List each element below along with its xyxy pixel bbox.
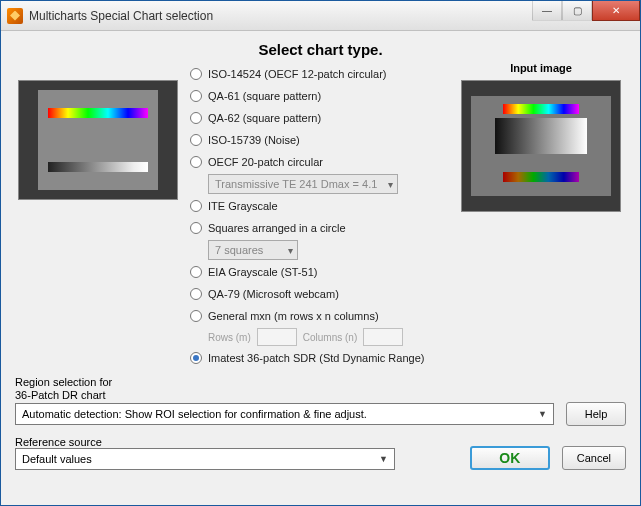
reference-source-label: Reference source <box>15 436 458 448</box>
radio-qa79[interactable] <box>190 288 202 300</box>
label-squares: Squares arranged in a circle <box>208 222 346 234</box>
chart-thumbnail <box>18 80 178 200</box>
rows-label: Rows (m) <box>208 332 251 343</box>
cancel-button[interactable]: Cancel <box>562 446 626 470</box>
cols-input[interactable] <box>363 328 403 346</box>
region-selection-label: Region selection for 36-Patch DR chart <box>15 376 626 402</box>
radio-ite[interactable] <box>190 200 202 212</box>
label-imatest36: Imatest 36-patch SDR (Std Dynamic Range) <box>208 352 424 364</box>
minimize-button[interactable]: — <box>532 1 562 21</box>
oecf20-select[interactable]: Transmissive TE 241 Dmax = 4.1 <box>208 174 398 194</box>
window-buttons: — ▢ ✕ <box>532 1 640 30</box>
dialog-window: Multicharts Special Chart selection — ▢ … <box>0 0 641 506</box>
maximize-button[interactable]: ▢ <box>562 1 592 21</box>
dialog-content: Select chart type. ISO-14524 (OECF 12-pa… <box>1 31 640 505</box>
titlebar: Multicharts Special Chart selection — ▢ … <box>1 1 640 31</box>
ok-button[interactable]: OK <box>470 446 550 470</box>
label-eia: EIA Grayscale (ST-51) <box>208 266 317 278</box>
label-qa79: QA-79 (Microsoft webcam) <box>208 288 339 300</box>
radio-eia[interactable] <box>190 266 202 278</box>
region-selection-dropdown[interactable]: Automatic detection: Show ROI selection … <box>15 403 554 425</box>
rows-input[interactable] <box>257 328 297 346</box>
oecf20-select-value: Transmissive TE 241 Dmax = 4.1 <box>215 178 377 190</box>
radio-qa62[interactable] <box>190 112 202 124</box>
input-image-thumbnail <box>461 80 621 212</box>
squares-count-select[interactable]: 7 squares <box>208 240 298 260</box>
radio-imatest36[interactable] <box>190 352 202 364</box>
input-image-heading: Input image <box>510 62 572 74</box>
radio-general[interactable] <box>190 310 202 322</box>
close-button[interactable]: ✕ <box>592 1 640 21</box>
radio-iso14524[interactable] <box>190 68 202 80</box>
app-icon <box>7 8 23 24</box>
squares-count-value: 7 squares <box>215 244 263 256</box>
label-general: General mxn (m rows x n columns) <box>208 310 379 322</box>
radio-oecf20[interactable] <box>190 156 202 168</box>
label-ite: ITE Grayscale <box>208 200 278 212</box>
region-selection-value: Automatic detection: Show ROI selection … <box>22 408 367 420</box>
reference-source-value: Default values <box>22 453 92 465</box>
radio-squares[interactable] <box>190 222 202 234</box>
radio-iso15739[interactable] <box>190 134 202 146</box>
reference-source-dropdown[interactable]: Default values <box>15 448 395 470</box>
window-title: Multicharts Special Chart selection <box>29 9 532 23</box>
page-title: Select chart type. <box>15 41 626 58</box>
label-qa62: QA-62 (square pattern) <box>208 112 321 124</box>
cols-label: Columns (n) <box>303 332 357 343</box>
label-oecf20: OECF 20-patch circular <box>208 156 323 168</box>
radio-qa61[interactable] <box>190 90 202 102</box>
label-qa61: QA-61 (square pattern) <box>208 90 321 102</box>
label-iso15739: ISO-15739 (Noise) <box>208 134 300 146</box>
help-button[interactable]: Help <box>566 402 626 426</box>
label-iso14524: ISO-14524 (OECF 12-patch circular) <box>208 68 387 80</box>
chart-type-options: ISO-14524 (OECF 12-patch circular) QA-61… <box>190 62 446 368</box>
